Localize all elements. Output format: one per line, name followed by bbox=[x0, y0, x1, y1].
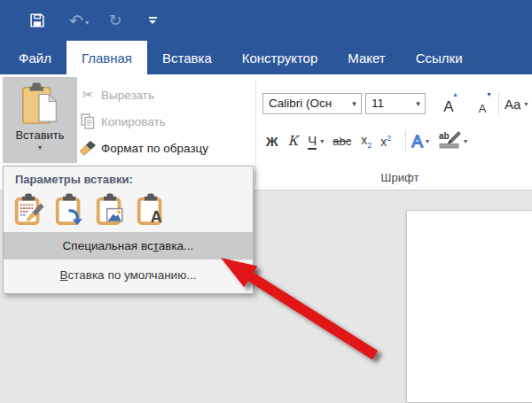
ribbon-tab-bar: Файл Главная Вставка Конструктор Макет С… bbox=[0, 41, 532, 74]
scissors-icon: ✂ bbox=[79, 87, 97, 103]
customize-bar bbox=[149, 17, 157, 19]
font-group: Calibri (Осн ▾ 11 ▾ А ▲ А ▼ Aa bbox=[262, 74, 532, 190]
tab-file[interactable]: Файл bbox=[4, 41, 66, 74]
grow-font-arrow-icon: ▲ bbox=[452, 91, 458, 97]
underline-dropdown-icon[interactable]: ▾ bbox=[320, 137, 324, 145]
font-size-value[interactable]: 11 bbox=[366, 94, 411, 113]
default-paste-label: Вставка по умолчанию... bbox=[59, 268, 196, 282]
shrink-font-glyph: А bbox=[479, 103, 487, 114]
tab-layout[interactable]: Макет bbox=[332, 41, 400, 74]
undo-glyph: ↶ bbox=[69, 11, 83, 31]
font-size-dropdown-icon[interactable]: ▾ bbox=[411, 94, 425, 113]
highlighter-icon: ab bbox=[438, 130, 461, 149]
customize-triangle bbox=[149, 20, 156, 24]
divider bbox=[498, 93, 499, 114]
undo-dropdown-icon[interactable]: ▾ bbox=[85, 19, 89, 27]
font-name-dropdown-icon[interactable]: ▾ bbox=[348, 94, 361, 113]
highlight-dropdown-icon[interactable]: ▾ bbox=[464, 137, 467, 145]
superscript-mark: 2 bbox=[387, 134, 391, 143]
format-painter-button[interactable]: Формат по образцу bbox=[79, 136, 208, 159]
redo-glyph: ↻ bbox=[108, 11, 121, 30]
divider bbox=[405, 130, 406, 151]
italic-button[interactable]: К bbox=[288, 133, 299, 149]
copy-button[interactable]: Копировать bbox=[79, 110, 208, 133]
change-case-dropdown-icon: ▾ bbox=[524, 100, 528, 108]
cut-label: Вырезать bbox=[101, 89, 154, 102]
title-bar: ↶ ▾ ↻ bbox=[0, 0, 532, 41]
paste-options-row: A bbox=[4, 189, 253, 232]
superscript-button[interactable]: x2 bbox=[380, 134, 391, 149]
grow-font-glyph: А bbox=[443, 99, 453, 114]
bold-button[interactable]: Ж bbox=[266, 134, 278, 149]
save-icon[interactable] bbox=[27, 8, 48, 33]
redo-icon[interactable]: ↻ bbox=[105, 8, 126, 33]
paste-keep-text-only-icon[interactable]: A bbox=[134, 192, 168, 228]
paste-merge-formatting-icon[interactable] bbox=[52, 192, 86, 228]
strikethrough-button[interactable]: abc bbox=[332, 135, 351, 148]
text-effects-dropdown-icon[interactable]: ▾ bbox=[426, 137, 429, 145]
font-row-1: Calibri (Осн ▾ 11 ▾ А ▲ А ▼ Aa bbox=[262, 93, 528, 114]
svg-text:ab: ab bbox=[439, 131, 450, 141]
paste-button-label: Вставить bbox=[15, 128, 64, 142]
subscript-mark: 2 bbox=[367, 140, 372, 149]
shrink-font-arrow-icon: ▼ bbox=[486, 91, 492, 97]
font-size-combobox[interactable]: 11 ▾ bbox=[365, 93, 426, 114]
paste-button[interactable]: Вставить ▾ bbox=[3, 77, 77, 163]
customize-quick-access-icon[interactable] bbox=[145, 8, 160, 33]
clipboard-commands: ✂ Вырезать Копировать bbox=[79, 83, 208, 163]
svg-text:A: A bbox=[150, 208, 161, 226]
tab-insert[interactable]: Вставка bbox=[147, 41, 227, 74]
text-effects-button[interactable]: А bbox=[411, 133, 423, 150]
menu-item-paste-special[interactable]: Специальная вставка... bbox=[4, 232, 253, 260]
change-case-glyph: Aa bbox=[505, 97, 520, 112]
clipboard-paste-icon bbox=[19, 81, 61, 128]
underline-button[interactable]: Ч bbox=[308, 133, 317, 150]
change-case-button[interactable]: Aa ▾ bbox=[505, 97, 528, 112]
paste-dropdown-menu: Параметры вставки: bbox=[3, 166, 254, 294]
font-row-2: Ж К Ч ▾ abc x2 x2 А ▾ ab ▾ bbox=[266, 129, 476, 152]
format-painter-label: Формат по образцу bbox=[101, 142, 208, 155]
tab-home[interactable]: Главная bbox=[66, 41, 147, 74]
format-painter-icon bbox=[79, 141, 97, 156]
tab-references[interactable]: Ссылки bbox=[401, 41, 478, 74]
document-page[interactable] bbox=[406, 210, 532, 403]
paste-keep-source-formatting-icon[interactable] bbox=[12, 192, 45, 228]
paste-picture-icon[interactable] bbox=[93, 192, 127, 228]
highlight-color-button[interactable]: ab bbox=[438, 130, 461, 152]
font-name-combobox[interactable]: Calibri (Осн ▾ bbox=[262, 93, 362, 114]
paste-options-header: Параметры вставки: bbox=[4, 167, 253, 189]
font-name-value[interactable]: Calibri (Осн bbox=[263, 94, 348, 113]
cut-button[interactable]: ✂ Вырезать bbox=[79, 83, 208, 106]
group-divider bbox=[255, 80, 256, 186]
paste-special-label: Специальная вставка... bbox=[63, 239, 194, 252]
undo-icon[interactable]: ↶ ▾ bbox=[66, 8, 92, 33]
subscript-button[interactable]: x2 bbox=[361, 133, 372, 150]
tab-design[interactable]: Конструктор bbox=[227, 41, 333, 74]
grow-font-button[interactable]: А ▲ bbox=[438, 93, 459, 114]
font-group-label: Шрифт bbox=[262, 171, 532, 184]
word-window: ↶ ▾ ↻ Файл Главная Вставка Конструктор М… bbox=[0, 0, 532, 403]
copy-label: Копировать bbox=[101, 115, 166, 128]
paste-dropdown-arrow-icon[interactable]: ▾ bbox=[38, 143, 42, 151]
menu-item-set-default-paste[interactable]: Вставка по умолчанию... bbox=[4, 260, 253, 290]
copy-icon bbox=[79, 113, 97, 129]
shrink-font-button[interactable]: А ▼ bbox=[472, 93, 493, 114]
